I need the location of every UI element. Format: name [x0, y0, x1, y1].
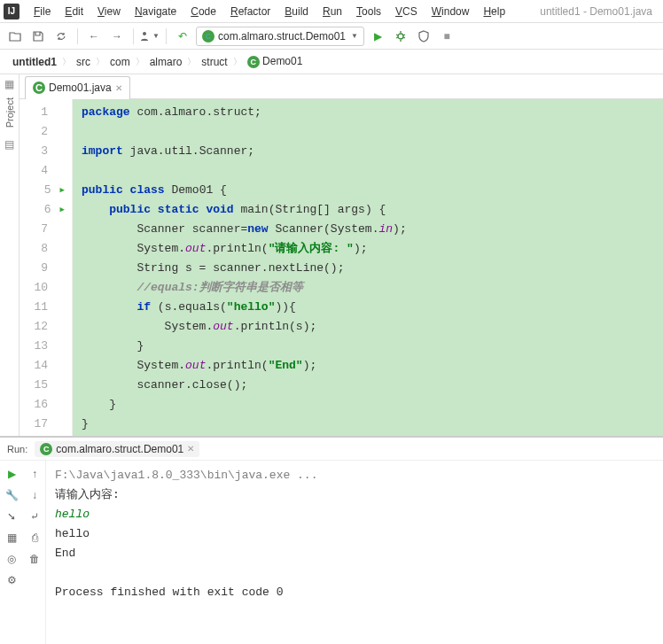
- main-toolbar: ← → ▼ ↶ C com.almaro.struct.Demo01 ▼ ▶ ■: [0, 23, 663, 50]
- console-output[interactable]: F:\Java\java1.8.0_333\bin\java.exe ...请输…: [46, 461, 663, 644]
- wrench-icon[interactable]: 🔧: [2, 485, 21, 505]
- console-line: [55, 563, 654, 583]
- line-number: 9: [20, 259, 65, 278]
- crumb-untitled1[interactable]: untitled1: [9, 54, 60, 70]
- menu-run[interactable]: Run: [316, 4, 349, 19]
- line-number: 16: [20, 395, 65, 415]
- coverage-icon[interactable]: [414, 27, 433, 46]
- run-tab[interactable]: C com.almaro.struct.Demo01 ✕: [35, 441, 199, 457]
- code-editor[interactable]: 12345▶6▶7891011121314151617 package com.…: [20, 99, 663, 436]
- menu-refactor[interactable]: Refactor: [223, 4, 277, 19]
- class-icon: C: [202, 30, 214, 43]
- layout-icon[interactable]: ▦: [2, 528, 21, 547]
- chevron-right-icon: 〉: [136, 56, 144, 68]
- settings-icon[interactable]: ⚙: [2, 570, 21, 590]
- line-number: 13: [20, 337, 65, 356]
- line-number: 4: [20, 161, 65, 181]
- rerun-icon[interactable]: ▶: [2, 464, 21, 484]
- svg-point-1: [398, 34, 403, 39]
- chevron-right-icon: 〉: [187, 56, 196, 68]
- separator: [77, 28, 78, 44]
- run-panel-label: Run:: [7, 444, 27, 454]
- app-icon: IJ: [4, 4, 20, 19]
- line-number: 12: [20, 317, 65, 337]
- menu-bar: IJ FileEditViewNavigateCodeRefactorBuild…: [0, 0, 663, 23]
- crumb-src[interactable]: src: [73, 54, 94, 70]
- forward-icon[interactable]: →: [107, 27, 127, 46]
- menu-navigate[interactable]: Navigate: [128, 4, 183, 19]
- line-number: 6▶: [20, 200, 65, 220]
- menu-vcs[interactable]: VCS: [388, 4, 425, 19]
- menu-build[interactable]: Build: [277, 4, 316, 19]
- line-number: 5▶: [20, 181, 65, 200]
- menu-code[interactable]: Code: [183, 4, 223, 19]
- line-number: 14: [20, 356, 65, 376]
- menu-view[interactable]: View: [90, 4, 128, 19]
- run-tab-label: com.almaro.struct.Demo01: [56, 443, 183, 455]
- console-line: hello: [55, 505, 654, 524]
- line-number: 11: [20, 298, 65, 317]
- run-line-icon[interactable]: ▶: [60, 200, 65, 220]
- line-number: 15: [20, 376, 65, 395]
- chevron-right-icon: 〉: [62, 56, 71, 68]
- svg-point-0: [143, 32, 146, 35]
- crumb-Demo01[interactable]: C Demo01: [244, 53, 307, 70]
- separator: [133, 28, 134, 44]
- editor-tab[interactable]: C Demo01.java ✕: [25, 76, 130, 99]
- line-number: 3: [20, 142, 65, 161]
- user-icon[interactable]: ▼: [140, 27, 160, 46]
- stop-icon[interactable]: ■: [437, 27, 456, 46]
- line-number: 8: [20, 239, 65, 259]
- editor-tabs: C Demo01.java ✕: [20, 74, 663, 99]
- run-toolbar: ▶ 🔧 ➘ ▦ ◎ ⚙ ↑ ↓ ⤶ ⎙ 🗑: [0, 461, 46, 644]
- print-icon[interactable]: ⎙: [25, 528, 44, 547]
- console-line: 请输入内容:: [55, 485, 654, 505]
- menu-tools[interactable]: Tools: [349, 4, 388, 19]
- project-icon[interactable]: ▦: [4, 78, 14, 90]
- close-icon[interactable]: ✕: [187, 444, 194, 454]
- line-number: 1: [20, 103, 65, 122]
- run-panel: Run: C com.almaro.struct.Demo01 ✕ ▶ 🔧 ➘ …: [0, 436, 663, 644]
- line-gutter: 12345▶6▶7891011121314151617: [20, 99, 73, 436]
- close-icon[interactable]: ✕: [115, 83, 122, 93]
- snapshot-icon[interactable]: ◎: [2, 549, 21, 569]
- down-icon[interactable]: ↓: [25, 485, 44, 505]
- bookmarks-icon[interactable]: ▤: [4, 138, 14, 151]
- console-line: hello: [55, 524, 654, 544]
- chevron-right-icon: 〉: [233, 56, 242, 68]
- code-area[interactable]: package com.almaro.struct; import java.u…: [73, 99, 663, 436]
- class-icon: C: [247, 56, 260, 68]
- undo-arrow-icon[interactable]: ↶: [173, 27, 192, 46]
- window-title: untitled1 - Demo01.java: [540, 5, 659, 18]
- menu-help[interactable]: Help: [476, 4, 512, 19]
- line-number: 7: [20, 220, 65, 239]
- menu-file[interactable]: File: [27, 4, 58, 19]
- wrap-icon[interactable]: ⤶: [25, 507, 44, 526]
- run-config-label: com.almaro.struct.Demo01: [218, 30, 346, 43]
- sync-icon[interactable]: [51, 27, 71, 46]
- left-gutter: ▦ Project ▤: [0, 74, 20, 436]
- run-line-icon[interactable]: ▶: [60, 181, 65, 200]
- back-icon[interactable]: ←: [84, 27, 104, 46]
- breadcrumb: untitled1〉src〉com〉almaro〉struct〉C Demo01: [0, 50, 663, 74]
- run-config-selector[interactable]: C com.almaro.struct.Demo01 ▼: [196, 27, 364, 46]
- chevron-down-icon: ▼: [351, 32, 358, 40]
- console-line: Process finished with exit code 0: [55, 583, 654, 602]
- debug-icon[interactable]: [391, 27, 410, 46]
- project-tool-tab[interactable]: Project: [4, 94, 15, 131]
- menu-window[interactable]: Window: [425, 4, 477, 19]
- crumb-almaro[interactable]: almaro: [146, 54, 186, 70]
- save-icon[interactable]: [28, 27, 48, 46]
- open-icon[interactable]: [5, 27, 25, 46]
- crumb-struct[interactable]: struct: [198, 54, 230, 70]
- tab-label: Demo01.java: [49, 81, 112, 94]
- console-line: End: [55, 544, 654, 563]
- trash-icon[interactable]: 🗑: [25, 549, 44, 569]
- pin-icon[interactable]: ➘: [2, 507, 21, 526]
- up-icon[interactable]: ↑: [25, 464, 44, 484]
- class-icon: C: [40, 443, 52, 455]
- run-icon[interactable]: ▶: [368, 27, 387, 46]
- line-number: 2: [20, 122, 65, 142]
- menu-edit[interactable]: Edit: [58, 4, 90, 19]
- crumb-com[interactable]: com: [106, 54, 134, 70]
